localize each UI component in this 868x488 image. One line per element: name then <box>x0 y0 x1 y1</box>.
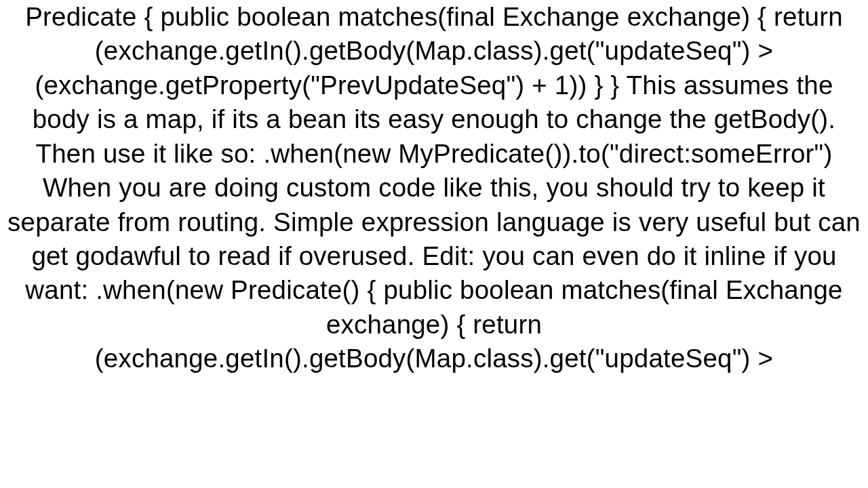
document-body: Predicate { public boolean matches(final… <box>0 0 868 488</box>
document-text: Predicate { public boolean matches(final… <box>5 0 863 376</box>
